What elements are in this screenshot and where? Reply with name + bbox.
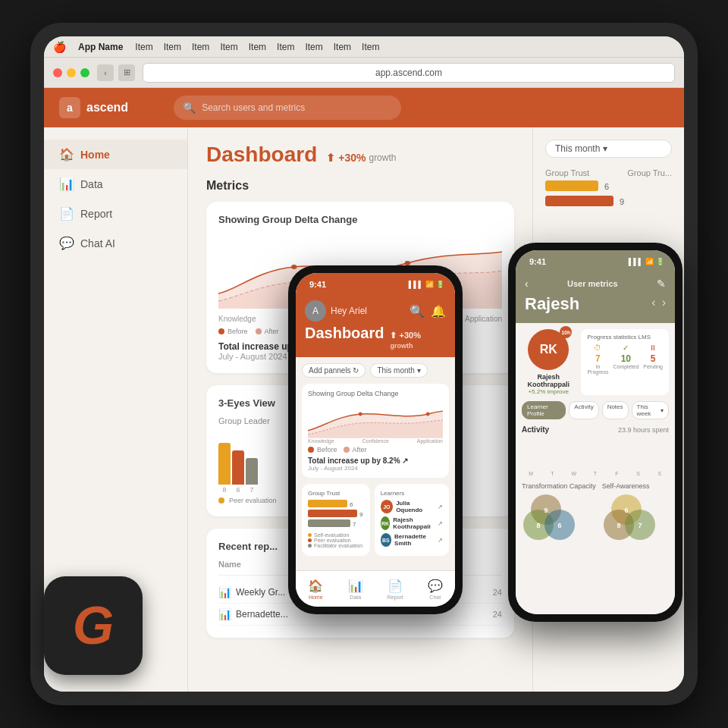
learner-name-1: Julia Oquendo bbox=[396, 500, 435, 513]
mac-menu-item-1[interactable]: Item bbox=[135, 42, 152, 52]
phone-label-a: Application bbox=[417, 438, 443, 444]
nav-chat-icon: 💬 bbox=[428, 579, 443, 593]
learner-2[interactable]: RK Rajesh Koothrappali ↗ bbox=[381, 516, 443, 530]
group-trust2-label: Group Tru... bbox=[627, 168, 672, 177]
nav-report[interactable]: 📄 Report bbox=[375, 571, 416, 607]
activity-hours: 23.9 hours spent bbox=[618, 426, 669, 434]
activity-title: Activity bbox=[522, 425, 549, 434]
legend-after: After bbox=[256, 328, 279, 335]
left-phone-title-row: Dashboard ⬆ +30% growth bbox=[305, 325, 446, 350]
mac-menu-item-8[interactable]: Item bbox=[334, 42, 351, 52]
back-button[interactable]: ‹ bbox=[97, 64, 114, 81]
growth-label: growth bbox=[369, 152, 396, 163]
left-phone-user-info: A Hey Ariel bbox=[305, 300, 367, 322]
activity-header: Activity 23.9 hours spent bbox=[522, 425, 669, 434]
trust-bar-row-3: 7 bbox=[308, 519, 364, 529]
learner-trend-2: ↗ bbox=[438, 520, 443, 527]
phone-chart-labels: Knowledge Confidence Application bbox=[308, 438, 443, 444]
avatar-hours-badge: 10h bbox=[560, 326, 572, 338]
phone-chart-mini bbox=[308, 400, 443, 438]
traffic-lights bbox=[53, 68, 89, 77]
mac-menu-item-3[interactable]: Item bbox=[192, 42, 209, 52]
bar-1 bbox=[218, 443, 231, 485]
tab-notes[interactable]: Notes bbox=[602, 401, 629, 419]
week-filter[interactable]: This week ▾ bbox=[632, 401, 669, 419]
left-phone-search-icon[interactable]: 🔍 bbox=[410, 304, 425, 318]
left-phone-header: A Hey Ariel 🔍 🔔 Dashboard ⬆ +30% growth bbox=[296, 296, 455, 357]
phone-trust-num-1: 6 bbox=[350, 501, 353, 508]
dashboard-title: Dashboard bbox=[206, 143, 317, 167]
phone-trust-title: Group Trust bbox=[308, 490, 364, 497]
legend-before-label: Before bbox=[228, 328, 248, 335]
signal-icon: ▌▌▌ bbox=[409, 281, 423, 288]
metrics-section-title: Metrics bbox=[206, 179, 514, 193]
add-panels-btn[interactable]: Add pannels ↻ bbox=[302, 363, 366, 378]
phone-filter-row: Add pannels ↻ This month ▾ bbox=[302, 363, 449, 378]
left-phone-bottom-nav: 🏠 Home 📊 Data 📄 Report 💬 Chat bbox=[296, 570, 455, 607]
learner-avatar-2: RK bbox=[381, 516, 391, 530]
day-S2: S bbox=[657, 471, 661, 476]
self-label: Self-evaluation bbox=[314, 532, 349, 538]
edit-icon[interactable]: ✎ bbox=[657, 278, 666, 290]
left-phone-greeting: Hey Ariel bbox=[331, 306, 367, 316]
search-bar[interactable]: 🔍 Search users and metrics bbox=[174, 96, 401, 120]
filter-button[interactable]: This month ▾ bbox=[545, 140, 672, 158]
venn-sa: Self-Awareness 6 8 7 bbox=[602, 482, 655, 538]
mac-menu-item-5[interactable]: Item bbox=[249, 42, 266, 52]
peer-dot bbox=[308, 538, 312, 542]
mac-menu-item-9[interactable]: Item bbox=[362, 42, 379, 52]
r-signal-icon: ▌▌▌ bbox=[629, 258, 643, 265]
svg-text:7: 7 bbox=[638, 522, 642, 529]
nav-home[interactable]: 🏠 Home bbox=[296, 571, 336, 607]
trust-bar-row-2: 9 bbox=[308, 510, 364, 519]
left-phone-bell-icon[interactable]: 🔔 bbox=[431, 304, 446, 318]
activity-bars: M T W T bbox=[522, 438, 669, 476]
mac-menu-item-4[interactable]: Item bbox=[220, 42, 237, 52]
report-date-1: 24 bbox=[493, 588, 502, 597]
mac-menu-item-2[interactable]: Item bbox=[164, 42, 181, 52]
phone-trust-bar-1 bbox=[308, 500, 347, 507]
mac-menu-item-6[interactable]: Item bbox=[277, 42, 294, 52]
sidebar-item-data[interactable]: 📊 Data bbox=[44, 169, 187, 199]
legend-after-label: After bbox=[265, 328, 279, 335]
bar-label-2: 6 bbox=[236, 486, 240, 494]
this-month-btn[interactable]: This month ▾ bbox=[370, 363, 427, 378]
day-T2: T bbox=[594, 471, 597, 476]
minimize-button[interactable] bbox=[67, 68, 76, 77]
address-bar[interactable]: app.ascend.com bbox=[143, 63, 675, 83]
table-col-name: Name bbox=[218, 560, 241, 569]
self-dot bbox=[308, 533, 312, 537]
learner-3[interactable]: BS Bernadette Smith ↗ bbox=[381, 533, 443, 547]
phone-trust-bar-3 bbox=[308, 519, 350, 527]
chart-label-application: Application bbox=[465, 315, 502, 323]
venn-tc: Transformation Capacity 9 8 6 bbox=[522, 482, 596, 538]
maximize-button[interactable] bbox=[80, 68, 89, 77]
apple-menu[interactable]: 🍎 bbox=[53, 41, 66, 53]
mac-menu-item-7[interactable]: Item bbox=[305, 42, 322, 52]
sidebar-item-chat[interactable]: 💬 Chat AI bbox=[44, 228, 187, 258]
tab-learner-profile[interactable]: Learner Profile bbox=[522, 401, 566, 419]
svg-point-0 bbox=[291, 265, 297, 269]
sidebar-item-report[interactable]: 📄 Report bbox=[44, 199, 187, 228]
nav-home-icon: 🏠 bbox=[308, 579, 323, 593]
nav-data[interactable]: 📊 Data bbox=[336, 571, 376, 607]
back-icon[interactable]: ‹ bbox=[525, 278, 529, 290]
legend-peer: Peer evaluation bbox=[308, 538, 364, 543]
growth-badge: ⬆ +30% growth bbox=[326, 152, 396, 164]
next-arrow-icon[interactable]: › bbox=[662, 296, 666, 309]
nav-chat[interactable]: 💬 Chat bbox=[416, 571, 456, 607]
legend-before: Before bbox=[218, 328, 248, 335]
close-button[interactable] bbox=[53, 68, 62, 77]
right-phone-avatar: RK 10h bbox=[528, 329, 569, 370]
right-phone-mockup: 9:41 ▌▌▌ 📶 🔋 ‹ User metrics ✎ Rajesh ‹ bbox=[508, 243, 682, 622]
prev-arrow-icon[interactable]: ‹ bbox=[651, 296, 655, 309]
learner-1[interactable]: JO Julia Oquendo ↗ bbox=[381, 500, 443, 513]
left-phone-status-bar: 9:41 ▌▌▌ 📶 🔋 bbox=[296, 273, 455, 296]
stat-pending: ⏸ 5 Pending bbox=[643, 344, 663, 375]
facil-label: Facilitator evaluation bbox=[314, 543, 362, 548]
tab-activity[interactable]: Activity bbox=[569, 401, 598, 419]
sidebar-item-home[interactable]: 🏠 Home bbox=[44, 140, 187, 169]
forward-button[interactable]: ⊞ bbox=[118, 64, 135, 81]
trust-bar-row-1: 6 bbox=[308, 500, 364, 510]
logo-text: ascend bbox=[86, 101, 128, 115]
